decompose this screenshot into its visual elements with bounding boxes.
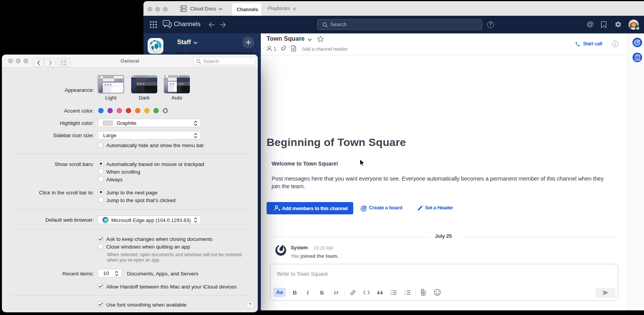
svg-text:2: 2 — [404, 293, 406, 295]
svg-text:1: 1 — [404, 290, 406, 292]
